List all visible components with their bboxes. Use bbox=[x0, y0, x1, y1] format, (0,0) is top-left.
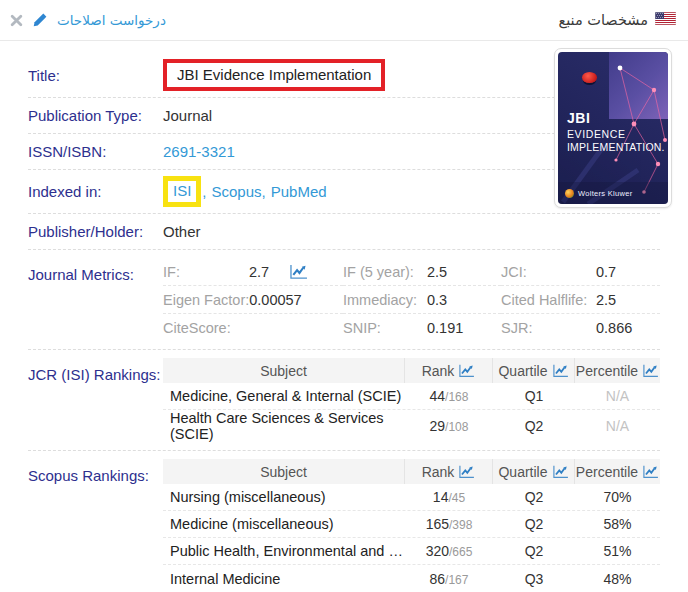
metric-value: 2.5 bbox=[596, 292, 616, 308]
scopus-rankings-table: Subject Rank Quartile Percentile Nursing… bbox=[163, 459, 660, 592]
rank-column-header: Rank bbox=[405, 358, 493, 383]
rank-trend-chart-icon[interactable] bbox=[458, 364, 475, 378]
percentile-cell: 51% bbox=[575, 543, 660, 559]
issn-link[interactable]: 2691-3321 bbox=[163, 143, 235, 160]
rank-trend-chart-icon[interactable] bbox=[458, 465, 475, 479]
close-icon[interactable] bbox=[10, 14, 23, 27]
rank-cell: 44/168 bbox=[405, 388, 493, 404]
edit-pencil-icon[interactable] bbox=[32, 12, 48, 28]
cover-red-dot bbox=[582, 72, 597, 83]
publisher-value: Other bbox=[163, 223, 201, 240]
quartile-column-header: Quartile bbox=[493, 459, 575, 484]
quartile-trend-chart-icon[interactable] bbox=[552, 364, 569, 378]
rank-cell: 320/665 bbox=[405, 543, 493, 559]
quartile-cell: Q2 bbox=[493, 489, 575, 505]
subject-cell: Medicine, General & Internal (SCIE) bbox=[163, 388, 405, 404]
journal-title-value: JBI Evidence Implementation bbox=[163, 59, 385, 91]
percentile-cell: N/A bbox=[575, 418, 660, 434]
cover-title-line1: JBI bbox=[567, 110, 665, 128]
metric-value: 0.3 bbox=[427, 292, 447, 308]
metric-name: IF: bbox=[163, 264, 249, 280]
metric-sjr: SJR: 0.866 bbox=[501, 314, 660, 341]
table-row: Medicine (miscellaneous) 165/398 Q2 58% bbox=[163, 511, 660, 538]
table-row: Health Care Sciences & Services (SCIE) 2… bbox=[163, 410, 660, 442]
subject-column-header: Subject bbox=[163, 459, 405, 484]
metric-value: 0.191 bbox=[427, 320, 463, 336]
percentile-cell: 48% bbox=[575, 571, 660, 587]
table-row: Internal Medicine 86/167 Q3 48% bbox=[163, 565, 660, 592]
quartile-cell: Q2 bbox=[493, 516, 575, 532]
percentile-trend-chart-icon[interactable] bbox=[642, 465, 659, 479]
jcr-table-header: Subject Rank Quartile Percentile bbox=[163, 358, 660, 383]
metric-snip: SNIP: 0.191 bbox=[343, 314, 501, 341]
cover-publisher-name: Wolters Kluwer bbox=[578, 189, 633, 198]
source-details-panel: JBI EVIDENCE IMPLEMENTATION. Wolters Klu… bbox=[0, 41, 688, 592]
rank-cell: 14/45 bbox=[405, 489, 493, 505]
topbar: درخواست اصلاحات مشخصات منبع bbox=[0, 0, 688, 41]
metric-cited-halflife: Cited Halflife: 2.5 bbox=[501, 286, 660, 314]
jcr-rankings-label: JCR (ISI) Rankings: bbox=[28, 358, 163, 442]
publisher-row: Publisher/Holder: Other bbox=[28, 214, 660, 250]
request-corrections-link[interactable]: درخواست اصلاحات bbox=[57, 12, 166, 28]
metric-name: Immediacy: bbox=[343, 292, 427, 308]
metric-jci: JCI: 0.7 bbox=[501, 258, 660, 286]
metric-name: IF (5 year): bbox=[343, 264, 427, 280]
rank-cell: 86/167 bbox=[405, 571, 493, 587]
journal-cover-thumbnail[interactable]: JBI EVIDENCE IMPLEMENTATION. Wolters Klu… bbox=[554, 48, 672, 208]
metric-value: 2.5 bbox=[427, 264, 447, 280]
us-flag-icon bbox=[655, 11, 676, 29]
journal-cover-art: JBI EVIDENCE IMPLEMENTATION. Wolters Klu… bbox=[558, 52, 668, 204]
table-row: Nursing (miscellaneous) 14/45 Q2 70% bbox=[163, 484, 660, 511]
metric-citescore: CiteScore: bbox=[163, 314, 343, 341]
issn-label: ISSN/ISBN: bbox=[28, 143, 163, 160]
page-title: مشخصات منبع bbox=[558, 12, 648, 28]
isi-highlight-box: ISI bbox=[163, 176, 201, 207]
metric-name: Cited Halflife: bbox=[501, 292, 596, 308]
quartile-cell: Q3 bbox=[493, 571, 575, 587]
table-row: Public Health, Environmental and … 320/6… bbox=[163, 538, 660, 565]
metric-immediacy: Immediacy: 0.3 bbox=[343, 286, 501, 314]
scopus-rankings-label: Scopus Rankings: bbox=[28, 459, 163, 592]
percentile-trend-chart-icon[interactable] bbox=[642, 364, 659, 378]
publication-type-value: Journal bbox=[163, 107, 212, 124]
subject-cell: Public Health, Environmental and … bbox=[163, 543, 405, 559]
metric-value: 0.00057 bbox=[249, 292, 301, 308]
metric-if: IF: 2.7 bbox=[163, 258, 343, 286]
rank-cell: 29/108 bbox=[405, 418, 493, 434]
jcr-rankings-table: Subject Rank Quartile Percentile Medicin… bbox=[163, 358, 660, 442]
quartile-cell: Q1 bbox=[493, 388, 575, 404]
scopus-rankings-section: Scopus Rankings: Subject Rank Quartile P… bbox=[28, 451, 660, 592]
metric-name: SNIP: bbox=[343, 320, 427, 336]
quartile-trend-chart-icon[interactable] bbox=[552, 465, 569, 479]
if-trend-chart-icon[interactable] bbox=[289, 264, 308, 280]
title-label: Title: bbox=[28, 67, 163, 84]
isi-link[interactable]: ISI bbox=[173, 182, 191, 199]
cover-title-line2: EVIDENCE bbox=[567, 128, 665, 141]
pubmed-link[interactable]: PubMed bbox=[271, 183, 327, 200]
journal-metrics-label: Journal Metrics: bbox=[28, 258, 163, 341]
scopus-link[interactable]: Scopus bbox=[212, 183, 262, 200]
rank-column-header: Rank bbox=[405, 459, 493, 484]
metric-if5: IF (5 year): 2.5 bbox=[343, 258, 501, 286]
rank-cell: 165/398 bbox=[405, 516, 493, 532]
table-row: Medicine, General & Internal (SCIE) 44/1… bbox=[163, 383, 660, 410]
subject-column-header: Subject bbox=[163, 358, 405, 383]
publisher-label: Publisher/Holder: bbox=[28, 223, 163, 240]
indexed-in-label: Indexed in: bbox=[28, 183, 163, 200]
separator: , bbox=[202, 183, 206, 200]
subject-cell: Internal Medicine bbox=[163, 571, 405, 587]
metric-value: 0.866 bbox=[596, 320, 632, 336]
wolters-kluwer-logo-icon bbox=[565, 189, 574, 198]
percentile-cell: N/A bbox=[575, 388, 660, 404]
metric-value: 2.7 bbox=[249, 264, 269, 280]
percentile-cell: 70% bbox=[575, 489, 660, 505]
percentile-column-header: Percentile bbox=[575, 459, 660, 484]
publication-type-label: Publication Type: bbox=[28, 107, 163, 124]
quartile-cell: Q2 bbox=[493, 543, 575, 559]
jcr-rankings-section: JCR (ISI) Rankings: Subject Rank Quartil… bbox=[28, 350, 660, 451]
quartile-cell: Q2 bbox=[493, 418, 575, 434]
metric-eigen-factor: Eigen Factor: 0.00057 bbox=[163, 286, 343, 314]
quartile-column-header: Quartile bbox=[493, 358, 575, 383]
cover-title-line3: IMPLEMENTATION. bbox=[567, 141, 665, 154]
metric-name: CiteScore: bbox=[163, 320, 249, 336]
